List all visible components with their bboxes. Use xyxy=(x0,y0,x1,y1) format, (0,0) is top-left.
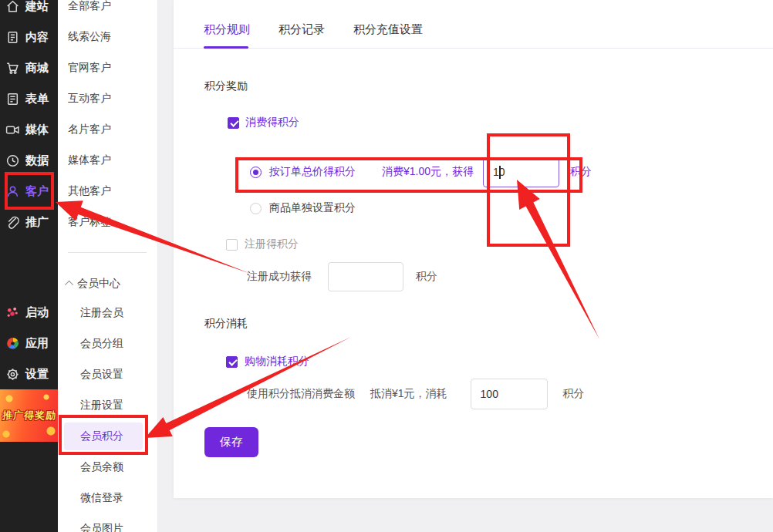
checkbox-checked-icon[interactable] xyxy=(228,117,239,129)
nav-form[interactable]: 表单 xyxy=(0,83,58,114)
primary-nav-list: 建站 内容 商城 表单 媒体 xyxy=(0,0,58,237)
nav-register-settings[interactable]: 注册设置 xyxy=(58,390,157,421)
launch-dots-icon xyxy=(5,305,20,320)
nav-wechat-login[interactable]: 微信登录 xyxy=(58,483,157,513)
nav-member-balance[interactable]: 会员余额 xyxy=(58,452,157,483)
nav-lead-pool[interactable]: 线索公海 xyxy=(58,22,157,52)
promo-banner-text: 推广得奖励 xyxy=(2,409,57,423)
nav-member-points[interactable]: 会员积分 xyxy=(64,423,143,450)
register-reward-row: 注册成功获得 积分 xyxy=(247,261,437,292)
nav-launch[interactable]: 启动 xyxy=(0,297,58,328)
apps-pinwheel-icon xyxy=(5,336,20,351)
deduct-label: 使用积分抵消消费金额 xyxy=(247,387,355,401)
media-camera-icon xyxy=(5,123,20,137)
nav-data[interactable]: 数据 xyxy=(0,145,58,176)
deduct-prefix: 抵消¥1元，消耗 xyxy=(370,387,447,401)
nav-other-customers[interactable]: 其他客户 xyxy=(58,176,157,207)
sidebar-divider xyxy=(68,252,147,253)
customer-icon xyxy=(5,184,20,199)
nav-customer[interactable]: 客户 xyxy=(0,176,58,207)
shopping-consume-row: 购物消耗积分 xyxy=(226,353,309,370)
clock-icon xyxy=(5,153,20,168)
per-product-row: 商品单独设置积分 xyxy=(250,199,356,217)
tabs-bar: 积分规则 积分记录 积分充值设置 xyxy=(174,0,773,49)
primary-nav-bottom: 启动 应用 设置 xyxy=(0,297,58,389)
reward-section-title: 积分奖励 xyxy=(204,79,248,93)
paperclip-icon xyxy=(5,215,20,230)
deduct-unit: 积分 xyxy=(563,387,585,401)
order-total-row: 按订单总价得积分 消费¥1.00元，获得 积分 xyxy=(250,156,592,188)
per-product-label[interactable]: 商品单独设置积分 xyxy=(269,201,356,215)
document-icon xyxy=(5,30,20,45)
checkbox-unchecked-icon[interactable] xyxy=(226,239,238,251)
spend-points-row: 消费得积分 xyxy=(228,114,299,131)
shopping-consume-label[interactable]: 购物消耗积分 xyxy=(245,355,309,369)
nav-interactive-customers[interactable]: 互动客户 xyxy=(58,83,157,114)
secondary-sidebar: 全部客户 线索公海 官网客户 互动客户 名片客户 媒体客户 其他客户 客户标签 … xyxy=(58,0,158,532)
nav-mall[interactable]: 商城 xyxy=(0,52,58,83)
nav-member-groups[interactable]: 会员分组 xyxy=(58,328,157,359)
form-icon xyxy=(5,92,20,106)
primary-sidebar: 建站 内容 商城 表单 媒体 xyxy=(0,0,58,532)
radio-unselected-icon[interactable] xyxy=(250,203,262,214)
deduct-row: 使用积分抵消消费金额 抵消¥1元，消耗 积分 xyxy=(247,378,585,410)
tab-points-rules[interactable]: 积分规则 xyxy=(204,22,250,37)
content-card: 积分规则 积分记录 积分充值设置 积分奖励 消费得积分 按订单总价得积分 消费¥… xyxy=(174,0,773,498)
points-per-yuan-input-wrap xyxy=(483,157,559,187)
nav-member-images[interactable]: 会员图片 xyxy=(58,513,157,532)
nav-apps[interactable]: 应用 xyxy=(0,328,58,359)
member-center-toggle[interactable]: 会员中心 xyxy=(58,274,157,293)
deduct-points-input[interactable] xyxy=(471,379,548,409)
chevron-up-icon xyxy=(65,281,73,289)
nav-customer-tags[interactable]: 客户标签 xyxy=(58,207,157,237)
nav-all-customers[interactable]: 全部客户 xyxy=(58,0,157,22)
store-icon xyxy=(5,61,20,76)
register-prefix: 注册成功获得 xyxy=(247,270,312,284)
active-tab-underline xyxy=(204,46,248,49)
register-points-label[interactable]: 注册得积分 xyxy=(245,237,299,251)
nav-settings[interactable]: 设置 xyxy=(0,359,58,389)
order-total-unit: 积分 xyxy=(570,165,592,179)
save-button[interactable]: 保存 xyxy=(204,427,258,457)
nav-register-member[interactable]: 注册会员 xyxy=(58,298,157,328)
nav-media-customers[interactable]: 媒体客户 xyxy=(58,145,157,176)
radio-selected-icon[interactable] xyxy=(250,167,262,178)
order-total-prefix: 消费¥1.00元，获得 xyxy=(382,165,474,179)
spend-points-label[interactable]: 消费得积分 xyxy=(245,116,299,130)
nav-content[interactable]: 内容 xyxy=(0,22,58,52)
nav-card-customers[interactable]: 名片客户 xyxy=(58,114,157,145)
tab-points-recharge-settings[interactable]: 积分充值设置 xyxy=(353,22,423,37)
member-nav-list: 注册会员 会员分组 会员设置 注册设置 会员积分 会员余额 微信登录 会员图片 xyxy=(58,298,157,532)
consume-section-title: 积分消耗 xyxy=(204,317,248,331)
register-unit: 积分 xyxy=(416,270,437,284)
nav-promotion[interactable]: 推广 xyxy=(0,207,58,237)
points-per-yuan-input[interactable] xyxy=(483,157,559,187)
nav-member-settings[interactable]: 会员设置 xyxy=(58,359,157,390)
customer-nav-list: 全部客户 线索公海 官网客户 互动客户 名片客户 媒体客户 其他客户 客户标签 xyxy=(58,0,157,237)
register-points-input[interactable] xyxy=(328,262,403,291)
order-total-label[interactable]: 按订单总价得积分 xyxy=(269,165,356,179)
nav-site-customers[interactable]: 官网客户 xyxy=(58,52,157,83)
register-points-row: 注册得积分 xyxy=(226,236,299,253)
nav-site-builder[interactable]: 建站 xyxy=(0,0,58,22)
gear-icon xyxy=(5,367,20,382)
nav-media[interactable]: 媒体 xyxy=(0,114,58,145)
promo-banner[interactable]: 推广得奖励 xyxy=(0,389,58,442)
home-icon xyxy=(5,0,20,14)
checkbox-checked-icon[interactable] xyxy=(226,356,238,368)
tab-points-records[interactable]: 积分记录 xyxy=(278,22,325,37)
